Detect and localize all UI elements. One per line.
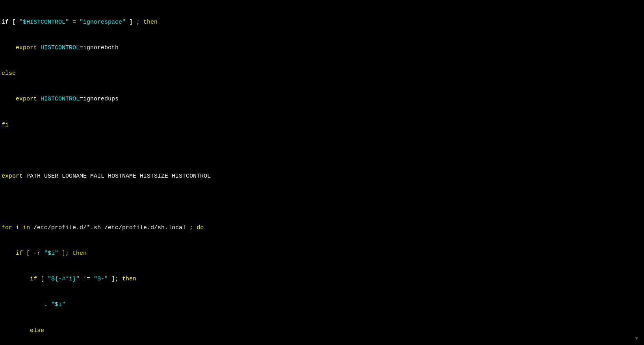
code-line-11: else (2, 326, 642, 335)
scroll-indicator: ▼ (635, 336, 638, 341)
code-line-9: if [ "${-#*i}" != "$-" ]; then (2, 275, 642, 284)
terminal-window: if [ "$HISTCONTROL" = "ignorespace" ] ; … (0, 0, 644, 345)
code-line-10: . "$i" (2, 300, 642, 309)
code-line-blank2 (2, 198, 642, 206)
code-line-1: if [ "$HISTCONTROL" = "ignorespace" ] ; … (2, 18, 642, 27)
code-line-2: export HISTCONTROL=ignoreboth (2, 44, 642, 52)
code-line-3: else (2, 69, 642, 78)
code-line-6: export PATH USER LOGNAME MAIL HOSTNAME H… (2, 172, 642, 181)
code-line-blank1 (2, 147, 642, 155)
code-line-5: fi (2, 121, 642, 130)
code-line-7: for i in /etc/profile.d/*.sh /etc/profil… (2, 224, 642, 232)
code-line-4: export HISTCONTROL=ignoredups (2, 95, 642, 104)
code-line-8: if [ -r "$i" ]; then (2, 249, 642, 258)
